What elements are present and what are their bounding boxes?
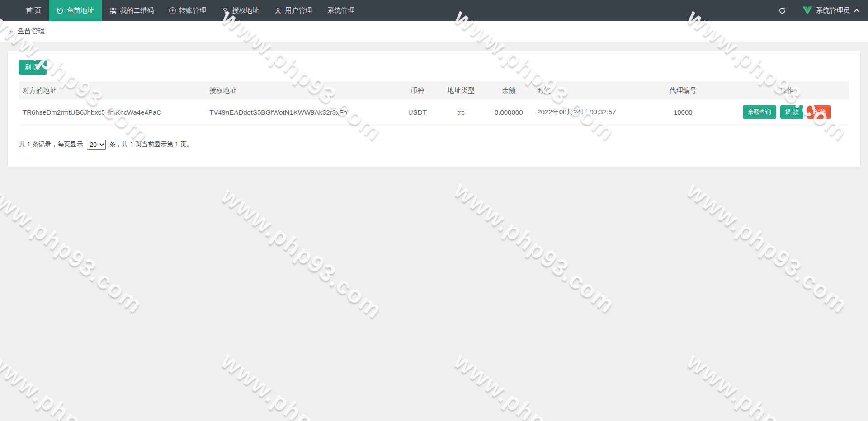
nav-item-label: 系统管理 [327, 6, 354, 15]
cell-auth-address: TV49nEADdqtS5BGfWotN1KWW9Ak32r3xFb [206, 99, 396, 125]
watermark: www.php93.com [216, 182, 387, 324]
nav-item-auth-address[interactable]: 授权地址 [214, 0, 267, 21]
withdraw-button[interactable]: 提 款 [780, 105, 804, 119]
watermark: www.php93.com [0, 176, 148, 318]
chevron-up-icon [854, 9, 860, 13]
nav-item-my-qrcode[interactable]: 我的二维码 [102, 0, 161, 21]
row-actions: 余额查询 提 款 删 除 [728, 105, 845, 119]
cell-balance: 0.000000 [484, 99, 533, 125]
watermark: www.php93.com [0, 347, 155, 421]
key-icon [222, 7, 229, 14]
watermark: www.php93.com [682, 347, 853, 421]
nav-item-home[interactable]: 首 页 [18, 0, 49, 21]
breadcrumb: » 鱼苗管理 [0, 21, 868, 42]
refresh-button[interactable]: 刷 新 [19, 60, 47, 75]
breadcrumb-label: 鱼苗管理 [18, 27, 45, 36]
address-table: 对方的地址 授权地址 币种 地址类型 余额 时间 代理编号 操作 TR6hseD… [19, 82, 849, 125]
balance-query-button[interactable]: 余额查询 [743, 105, 776, 119]
cell-time: 2022年08月24日 09:32:57 [533, 99, 642, 125]
nav-item-user-mgmt[interactable]: 用户管理 [267, 0, 320, 21]
refresh-icon[interactable] [772, 0, 793, 21]
table-header-row: 对方的地址 授权地址 币种 地址类型 余额 时间 代理编号 操作 [19, 82, 849, 99]
user-menu[interactable]: 系统管理员 [802, 6, 860, 15]
nav-item-fish-address[interactable]: 鱼苗地址 [49, 0, 102, 21]
nav-item-label: 转账管理 [179, 6, 206, 15]
nav-item-system-mgmt[interactable]: 系统管理 [320, 0, 362, 21]
watermark: www.php93.com [449, 176, 620, 318]
top-nav: 首 页 鱼苗地址 我的二维码 ¥ 转账管理 授权地址 [0, 0, 868, 21]
nav-item-label: 用户管理 [285, 6, 312, 15]
col-header-balance: 余额 [484, 82, 533, 99]
page-size-select[interactable]: 20 [87, 140, 106, 150]
yen-icon: ¥ [169, 7, 176, 14]
cell-peer-address: TR6hseDm2rmtUB6Jhbxc5HmKccWa4e4PaC [19, 99, 206, 125]
content-card: 刷 新 对方的地址 授权地址 币种 地址类型 余额 时间 代理编号 操作 TR6… [7, 51, 861, 167]
col-header-actions: 操作 [725, 82, 849, 99]
pagination: 共 1 条记录，每页显示 20 条，共 1 页当前显示第 1 页。 [19, 140, 849, 150]
col-header-auth-address: 授权地址 [206, 82, 396, 99]
v-logo-icon [802, 6, 812, 15]
nav-item-label: 我的二维码 [120, 6, 154, 15]
watermark: www.php93.com [449, 347, 620, 421]
qrcode-icon [109, 7, 117, 14]
user-icon [274, 7, 282, 14]
table-row: TR6hseDm2rmtUB6Jhbxc5HmKccWa4e4PaC TV49n… [19, 99, 849, 125]
cell-currency: USDT [396, 99, 438, 125]
delete-button[interactable]: 删 除 [807, 105, 831, 119]
watermark: www.php93.com [682, 176, 853, 318]
col-header-currency: 币种 [396, 82, 438, 99]
fish-address-icon [57, 7, 64, 14]
cell-address-type: trc [438, 99, 484, 125]
breadcrumb-arrow-icon: » [9, 28, 14, 36]
nav-item-label: 鱼苗地址 [67, 6, 94, 15]
cell-agent-no: 10000 [642, 99, 725, 125]
user-name: 系统管理员 [816, 6, 850, 15]
nav-item-label: 首 页 [26, 6, 41, 15]
watermark: www.php93.com [216, 347, 387, 421]
nav-item-label: 授权地址 [232, 6, 259, 15]
nav-right-area: 系统管理员 [772, 0, 868, 21]
pagination-prefix: 共 1 条记录，每页显示 [19, 140, 83, 149]
col-header-address-type: 地址类型 [438, 82, 484, 99]
nav-item-transfer-mgmt[interactable]: ¥ 转账管理 [161, 0, 214, 21]
pagination-suffix: 条，共 1 页当前显示第 1 页。 [109, 140, 193, 149]
col-header-peer-address: 对方的地址 [19, 82, 206, 99]
col-header-time: 时间 [533, 82, 642, 99]
col-header-agent-no: 代理编号 [642, 82, 725, 99]
